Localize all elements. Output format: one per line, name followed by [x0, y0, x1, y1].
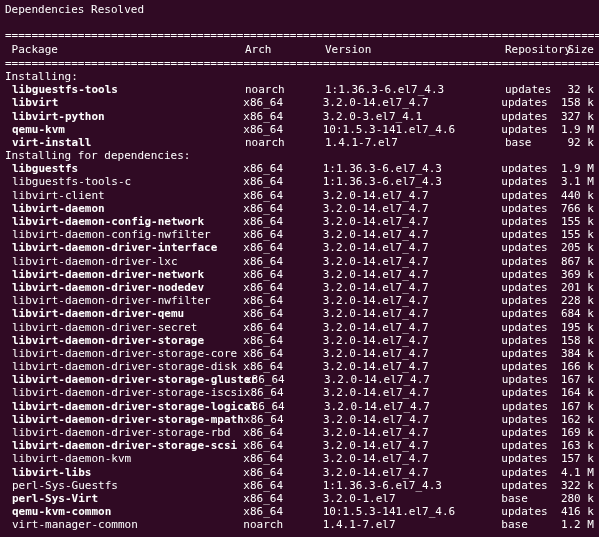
package-row: libvirt-daemon-driver-storage-mpathx86_6…	[5, 413, 594, 426]
divider: ========================================…	[5, 57, 594, 70]
pkg-size: 369 k	[561, 268, 594, 281]
pkg-arch: noarch	[245, 136, 325, 149]
pkg-size: 684 k	[561, 307, 594, 320]
pkg-version: 3.2.0-14.el7_4.7	[323, 241, 502, 254]
deps-section-label: Installing for dependencies:	[5, 149, 594, 162]
pkg-repo: updates	[501, 175, 561, 188]
pkg-arch: x86_64	[243, 202, 322, 215]
pkg-size: 155 k	[561, 228, 594, 241]
package-row: virt-manager-commonnoarch1.4.1-7.el7base…	[5, 518, 594, 531]
pkg-name: libvirt-daemon-driver-network	[5, 268, 243, 281]
package-row: qemu-kvm-commonx86_6410:1.5.3-141.el7_4.…	[5, 505, 594, 518]
pkg-name: libvirt-daemon-config-nwfilter	[5, 228, 243, 241]
pkg-arch: x86_64	[243, 294, 322, 307]
package-row: libvirt-daemonx86_643.2.0-14.el7_4.7upda…	[5, 202, 594, 215]
pkg-repo: updates	[501, 466, 561, 479]
package-row: libvirt-daemon-driver-networkx86_643.2.0…	[5, 268, 594, 281]
pkg-version: 3.2.0-14.el7_4.7	[323, 268, 502, 281]
pkg-version: 3.2.0-14.el7_4.7	[323, 202, 502, 215]
pkg-arch: x86_64	[243, 347, 322, 360]
pkg-size: 164 k	[561, 386, 594, 399]
pkg-version: 3.2.0-14.el7_4.7	[323, 228, 502, 241]
package-row: libvirt-daemon-kvmx86_643.2.0-14.el7_4.7…	[5, 452, 594, 465]
pkg-repo: updates	[501, 413, 560, 426]
pkg-size: 3.1 M	[561, 175, 594, 188]
pkg-repo: base	[501, 492, 561, 505]
column-headers: Package Arch Version Repository Size	[5, 43, 594, 56]
pkg-size: 32 k	[565, 83, 594, 96]
pkg-repo: updates	[501, 228, 561, 241]
pkg-size: 205 k	[561, 241, 594, 254]
pkg-version: 3.2.0-14.el7_4.7	[323, 413, 501, 426]
pkg-name: libvirt-daemon-driver-storage-iscsi	[5, 386, 244, 399]
pkg-repo: updates	[501, 215, 561, 228]
pkg-size: 158 k	[561, 96, 594, 109]
pkg-version: 3.2.0-14.el7_4.7	[323, 255, 502, 268]
pkg-repo: updates	[501, 189, 561, 202]
package-row: libvirt-daemon-driver-secretx86_643.2.0-…	[5, 321, 594, 334]
pkg-size: 228 k	[561, 294, 594, 307]
divider: ========================================…	[5, 29, 594, 42]
col-arch: Arch	[245, 43, 325, 56]
pkg-version: 3.2.0-1.el7	[323, 492, 502, 505]
pkg-repo: updates	[501, 268, 561, 281]
pkg-size: 327 k	[561, 110, 594, 123]
pkg-arch: x86_64	[243, 175, 322, 188]
pkg-name: libvirt-daemon-driver-storage-mpath	[5, 413, 244, 426]
pkg-size: 4.1 M	[561, 466, 594, 479]
pkg-repo: updates	[501, 479, 561, 492]
pkg-arch: x86_64	[243, 334, 322, 347]
pkg-arch: x86_64	[243, 162, 322, 175]
package-row: libvirt-clientx86_643.2.0-14.el7_4.7upda…	[5, 189, 594, 202]
pkg-name: libvirt-daemon-driver-storage-core	[5, 347, 243, 360]
pkg-repo: updates	[501, 452, 561, 465]
pkg-arch: x86_64	[243, 307, 322, 320]
pkg-name: libvirt-python	[5, 110, 243, 123]
pkg-version: 3.2.0-14.el7_4.7	[323, 426, 502, 439]
pkg-version: 3.2.0-14.el7_4.7	[324, 373, 502, 386]
pkg-repo: updates	[501, 307, 561, 320]
pkg-repo: updates	[501, 96, 561, 109]
pkg-size: 384 k	[561, 347, 594, 360]
pkg-version: 3.2.0-14.el7_4.7	[323, 347, 502, 360]
pkg-name: libvirt-daemon-driver-lxc	[5, 255, 243, 268]
package-row: libvirt-daemon-driver-storagex86_643.2.0…	[5, 334, 594, 347]
col-size: Size	[565, 43, 594, 56]
pkg-name: libvirt-daemon-driver-secret	[5, 321, 243, 334]
pkg-version: 10:1.5.3-141.el7_4.6	[323, 505, 502, 518]
pkg-repo: updates	[501, 505, 561, 518]
package-row: libvirtx86_643.2.0-14.el7_4.7updates158 …	[5, 96, 594, 109]
pkg-name: libguestfs-tools	[5, 83, 245, 96]
pkg-name: libvirt-daemon-driver-storage-disk	[5, 360, 243, 373]
pkg-version: 1:1.36.3-6.el7_4.3	[323, 479, 502, 492]
pkg-version: 3.2.0-14.el7_4.7	[323, 452, 502, 465]
pkg-version: 1:1.36.3-6.el7_4.3	[323, 175, 502, 188]
pkg-size: 162 k	[561, 413, 594, 426]
pkg-arch: x86_64	[245, 400, 324, 413]
package-row: libvirt-daemon-driver-nodedevx86_643.2.0…	[5, 281, 594, 294]
pkg-version: 3.2.0-14.el7_4.7	[323, 215, 502, 228]
pkg-version: 3.2.0-14.el7_4.7	[323, 281, 502, 294]
pkg-arch: x86_64	[243, 321, 322, 334]
pkg-repo: updates	[501, 241, 561, 254]
pkg-size: 201 k	[561, 281, 594, 294]
pkg-arch: noarch	[245, 83, 325, 96]
pkg-repo: updates	[501, 281, 561, 294]
package-row: libvirt-daemon-driver-storage-rbdx86_643…	[5, 426, 594, 439]
pkg-repo: updates	[501, 294, 561, 307]
pkg-name: libvirt-daemon-driver-interface	[5, 241, 243, 254]
pkg-repo: updates	[501, 255, 561, 268]
package-row: libvirt-daemon-config-networkx86_643.2.0…	[5, 215, 594, 228]
pkg-version: 1.4.1-7.el7	[323, 518, 502, 531]
pkg-repo: updates	[501, 360, 561, 373]
pkg-repo: updates	[501, 426, 561, 439]
package-row: libvirt-daemon-driver-interfacex86_643.2…	[5, 241, 594, 254]
pkg-version: 10:1.5.3-141.el7_4.6	[323, 123, 502, 136]
package-row: libguestfs-tools-cx86_641:1.36.3-6.el7_4…	[5, 175, 594, 188]
pkg-repo: base	[501, 518, 561, 531]
pkg-arch: x86_64	[245, 373, 324, 386]
pkg-repo: base	[505, 136, 565, 149]
pkg-repo: updates	[501, 321, 561, 334]
pkg-size: 195 k	[561, 321, 594, 334]
package-row: libvirt-daemon-driver-storage-diskx86_64…	[5, 360, 594, 373]
